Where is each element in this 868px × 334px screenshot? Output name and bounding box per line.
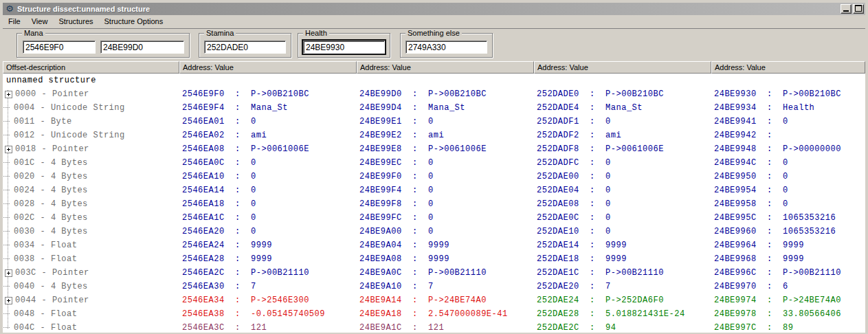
offset-cell[interactable]: 0004 - Unicode String — [3, 101, 179, 115]
table-row[interactable]: 0044 - Pointer2546EA34 : P->2546E30024BE… — [3, 293, 865, 307]
title-bar[interactable]: ⚙ Structure dissect:unnamed structure — [3, 3, 865, 15]
value-cell[interactable]: 2546EA3C : 121 — [179, 321, 357, 333]
table-row[interactable]: 0020 - 4 Bytes2546EA10 : 024BE99F0 : 025… — [3, 170, 865, 183]
value-cell[interactable]: 252DAE00 : 0 — [534, 170, 711, 183]
value-cell[interactable]: 24BE9A08 : 9999 — [357, 252, 534, 266]
value-cell[interactable]: 24BE99F4 : 0 — [357, 183, 534, 197]
health-address-input[interactable] — [303, 41, 385, 54]
offset-cell[interactable]: 0028 - 4 Bytes — [3, 197, 179, 211]
value-cell[interactable]: 2546EA0C : 0 — [179, 156, 357, 170]
menu-structures[interactable]: Structures — [53, 16, 98, 27]
table-row[interactable]: 0028 - 4 Bytes2546EA18 : 024BE99F8 : 025… — [3, 197, 865, 211]
value-cell[interactable]: 252DAE20 : 7 — [534, 280, 711, 293]
value-cell[interactable]: 252DAE2C : 94 — [534, 321, 711, 333]
value-cell[interactable]: 24BE9970 : 6 — [711, 280, 865, 293]
value-cell[interactable]: 252DADF8 : P->0061006E — [534, 142, 711, 156]
value-cell[interactable]: 24BE99F0 : 0 — [357, 170, 534, 183]
value-cell[interactable]: 2546EA24 : 9999 — [179, 238, 357, 252]
value-cell[interactable]: 24BE9974 : P->24BE74A0 — [711, 293, 865, 307]
value-cell[interactable]: 24BE9A0C : P->00B21110 — [357, 266, 534, 280]
value-cell[interactable]: 24BE9A1C : 121 — [357, 321, 534, 333]
offset-cell[interactable]: 004C - Float — [3, 321, 179, 333]
value-cell[interactable]: 2546EA30 : 7 — [179, 280, 357, 293]
table-row[interactable]: 0030 - 4 Bytes2546EA20 : 024BE9A00 : 025… — [3, 225, 865, 238]
value-cell[interactable]: 252DADF2 : ami — [534, 129, 711, 142]
offset-cell[interactable]: 0040 - 4 Bytes — [3, 280, 179, 293]
value-cell[interactable]: 24BE9948 : P->00000000 — [711, 142, 865, 156]
menu-structure-options[interactable]: Structure Options — [99, 16, 169, 27]
expand-plus-icon[interactable] — [5, 146, 12, 153]
stamina-address-input[interactable] — [204, 41, 286, 54]
value-cell[interactable]: 24BE99D4 : Mana_St — [357, 101, 534, 115]
value-cell[interactable]: 24BE99E1 : 0 — [357, 115, 534, 129]
header-address-value-4[interactable]: Address: Value — [711, 61, 865, 74]
value-cell[interactable]: 24BE997C : 89 — [711, 321, 865, 333]
value-cell[interactable]: 24BE99EC : 0 — [357, 156, 534, 170]
value-cell[interactable]: 24BE9930 : P->00B210BC — [711, 87, 865, 101]
menu-view[interactable]: View — [26, 16, 54, 27]
value-cell[interactable]: 24BE9A04 : 9999 — [357, 238, 534, 252]
value-cell[interactable]: 24BE996C : P->00B21110 — [711, 266, 865, 280]
offset-cell[interactable]: 0048 - Float — [3, 307, 179, 321]
value-cell[interactable]: 24BE9A00 : 0 — [357, 225, 534, 238]
menu-file[interactable]: File — [3, 16, 26, 27]
value-cell[interactable]: 24BE9954 : 0 — [711, 183, 865, 197]
value-cell[interactable]: 2546EA34 : P->2546E300 — [179, 293, 357, 307]
value-cell[interactable]: 2546EA38 : -0.05145740509 — [179, 307, 357, 321]
offset-cell[interactable]: 0024 - 4 Bytes — [3, 183, 179, 197]
value-cell[interactable]: 252DAE24 : P->252DA6F0 — [534, 293, 711, 307]
value-cell[interactable]: 2546EA28 : 9999 — [179, 252, 357, 266]
value-cell[interactable]: 24BE9964 : 9999 — [711, 238, 865, 252]
tree-root-node[interactable]: unnamed structure — [3, 74, 865, 87]
value-cell[interactable]: 24BE99E8 : P->0061006E — [357, 142, 534, 156]
value-cell[interactable]: 24BE9A10 : 7 — [357, 280, 534, 293]
value-cell[interactable]: 24BE9942 : — [711, 129, 865, 142]
value-cell[interactable]: 2546EA20 : 0 — [179, 225, 357, 238]
value-cell[interactable]: 24BE9A18 : 2.547000089E-41 — [357, 307, 534, 321]
header-address-value-1[interactable]: Address: Value — [179, 61, 357, 74]
minimize-button[interactable] — [841, 4, 852, 14]
offset-cell[interactable]: 0030 - 4 Bytes — [3, 225, 179, 238]
value-cell[interactable]: 252DAE14 : 9999 — [534, 238, 711, 252]
expand-plus-icon[interactable] — [5, 269, 12, 277]
value-cell[interactable]: 252DADFC : 0 — [534, 156, 711, 170]
value-cell[interactable]: 2546E9F4 : Mana_St — [179, 101, 357, 115]
offset-cell[interactable]: 0038 - Float — [3, 252, 179, 266]
expand-plus-icon[interactable] — [5, 297, 12, 304]
table-row[interactable]: 0038 - Float2546EA28 : 999924BE9A08 : 99… — [3, 252, 865, 266]
value-cell[interactable]: 2546EA2C : P->00B21110 — [179, 266, 357, 280]
offset-cell[interactable]: 003C - Pointer — [3, 266, 179, 280]
expand-plus-icon[interactable] — [5, 91, 12, 98]
value-cell[interactable]: 24BE99E2 : ami — [357, 129, 534, 142]
value-cell[interactable]: 24BE9934 : Health — [711, 101, 865, 115]
maximize-button[interactable] — [853, 4, 864, 14]
value-cell[interactable]: 24BE9960 : 1065353216 — [711, 225, 865, 238]
mana-address-input-2[interactable] — [100, 41, 184, 54]
value-cell[interactable]: 2546EA1C : 0 — [179, 211, 357, 225]
table-row[interactable]: 0011 - Byte2546EA01 : 024BE99E1 : 0252DA… — [3, 115, 865, 129]
value-cell[interactable]: 24BE9950 : 0 — [711, 170, 865, 183]
value-cell[interactable]: 252DAE04 : 0 — [534, 183, 711, 197]
value-cell[interactable]: 252DADF1 : 0 — [534, 115, 711, 129]
value-cell[interactable]: 24BE99FC : 0 — [357, 211, 534, 225]
value-cell[interactable]: 24BE99D0 : P->00B210BC — [357, 87, 534, 101]
value-cell[interactable]: 24BE9978 : 33.80566406 — [711, 307, 865, 321]
table-row[interactable]: 0024 - 4 Bytes2546EA14 : 024BE99F4 : 025… — [3, 183, 865, 197]
value-cell[interactable]: 2546EA10 : 0 — [179, 170, 357, 183]
table-row[interactable]: 003C - Pointer2546EA2C : P->00B2111024BE… — [3, 266, 865, 280]
table-row[interactable]: 0034 - Float2546EA24 : 999924BE9A04 : 99… — [3, 238, 865, 252]
header-offset-description[interactable]: Offset-description — [3, 61, 179, 74]
offset-cell[interactable]: 0012 - Unicode String — [3, 129, 179, 142]
value-cell[interactable]: 252DAE18 : 9999 — [534, 252, 711, 266]
value-cell[interactable]: 252DAE10 : 0 — [534, 225, 711, 238]
table-row[interactable]: 0040 - 4 Bytes2546EA30 : 724BE9A10 : 725… — [3, 280, 865, 293]
value-cell[interactable]: 24BE994C : 0 — [711, 156, 865, 170]
something-else-address-input[interactable] — [405, 41, 487, 54]
table-row[interactable]: 004C - Float2546EA3C : 12124BE9A1C : 121… — [3, 321, 865, 333]
value-cell[interactable]: 2546EA18 : 0 — [179, 197, 357, 211]
offset-cell[interactable]: 0034 - Float — [3, 238, 179, 252]
value-cell[interactable]: 24BE995C : 1065353216 — [711, 211, 865, 225]
value-cell[interactable]: 24BE99F8 : 0 — [357, 197, 534, 211]
mana-address-input-1[interactable] — [23, 41, 96, 54]
table-row[interactable]: 001C - 4 Bytes2546EA0C : 024BE99EC : 025… — [3, 156, 865, 170]
